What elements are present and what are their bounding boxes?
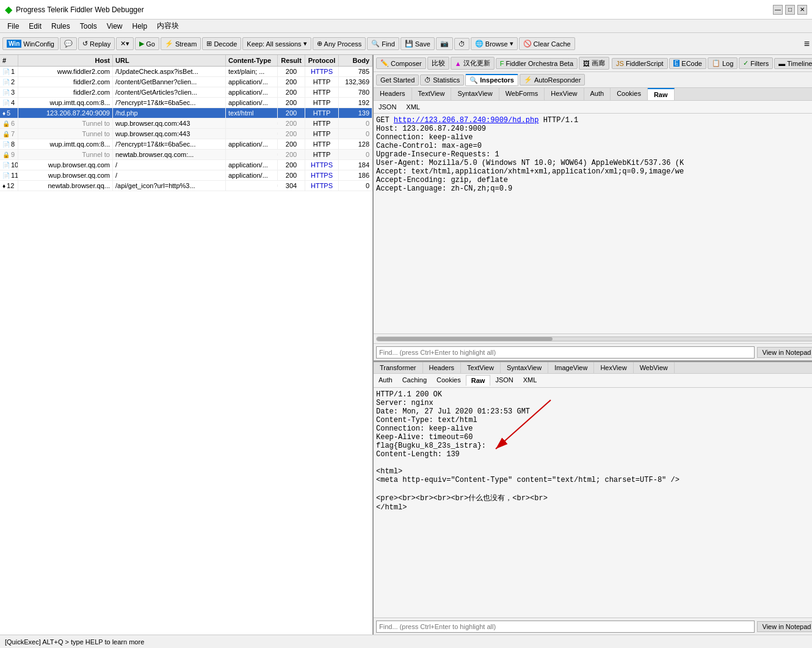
session-row[interactable]: 📄 2 fiddler2.com /content/GetBanner?clie… <box>0 77 372 87</box>
replay-icon: ↺ <box>82 40 88 48</box>
session-row[interactable]: 📄 4 wup.imtt.qq.com:8... /?encrypt=17&tk… <box>0 98 372 108</box>
request-tab-textview[interactable]: TextView <box>412 88 452 100</box>
clear-cache-icon: 🚫 <box>523 40 532 48</box>
request-tab-hexview[interactable]: HexView <box>545 88 584 100</box>
cell-body: 186 <box>339 170 372 180</box>
orchestra-button[interactable]: F Fiddler Orchestra Beta <box>496 58 578 69</box>
inspectors-button[interactable]: 🔍 Inspectors <box>465 74 518 86</box>
session-row[interactable]: 🔒 9 Tunnel to newtab.browser.qq.com:... … <box>0 150 372 160</box>
menu-rules[interactable]: Rules <box>46 21 75 32</box>
request-content-area[interactable]: GET http://123.206.87.240:9009/hd.php HT… <box>374 114 812 333</box>
request-find-input[interactable] <box>376 346 755 359</box>
request-tab-auth[interactable]: Auth <box>584 88 611 100</box>
auto-responder-button[interactable]: ⚡ AutoResponder <box>520 74 585 86</box>
update-button[interactable]: ▲ 汉化更新 <box>451 57 495 70</box>
request-tab-headers[interactable]: Headers <box>374 88 412 100</box>
session-list: 📄 1 www.fiddler2.com /UpdateCheck.aspx?i… <box>0 67 372 635</box>
menu-view[interactable]: View <box>102 21 128 32</box>
session-row[interactable]: 🔒 7 Tunnel to wup.browser.qq.com:443 200… <box>0 129 372 139</box>
request-tab-syntaxview[interactable]: SyntaxView <box>451 88 499 100</box>
response-tab-webview[interactable]: WebView <box>634 362 675 373</box>
clear-cache-button[interactable]: 🚫 Clear Cache <box>519 37 575 50</box>
response-subtab-caching[interactable]: Caching <box>397 375 432 386</box>
find-button[interactable]: 🔍 Find <box>367 37 399 50</box>
request-subtab-json[interactable]: JSON <box>374 102 401 112</box>
response-tab-hexview[interactable]: HexView <box>594 362 633 373</box>
session-row[interactable]: 📄 1 www.fiddler2.com /UpdateCheck.aspx?i… <box>0 67 372 77</box>
col-header-num[interactable]: # <box>0 55 18 66</box>
response-subtab-json[interactable]: JSON <box>490 375 518 386</box>
session-header: # Host URL Content-Type Result Protocol … <box>0 55 372 67</box>
response-subtab-raw[interactable]: Raw <box>466 375 491 386</box>
col-header-protocol[interactable]: Protocol <box>305 55 339 66</box>
screenshot-button[interactable]: 🖼 画廊 <box>579 57 609 70</box>
session-row[interactable]: 📄 3 fiddler2.com /content/GetArticles?cl… <box>0 87 372 98</box>
save-button[interactable]: 💾 Save <box>401 37 435 50</box>
get-started-button[interactable]: Get Started <box>376 75 419 86</box>
response-tab-imageview[interactable]: ImageView <box>548 362 594 373</box>
response-tab-textview[interactable]: TextView <box>461 362 501 373</box>
col-header-result[interactable]: Result <box>278 55 305 66</box>
col-header-url[interactable]: URL <box>113 55 226 66</box>
col-header-ct[interactable]: Content-Type <box>226 55 278 66</box>
minimize-button[interactable]: — <box>773 5 783 15</box>
decode-button[interactable]: ⊞ Decode <box>202 37 241 50</box>
session-row[interactable]: ♦ 5 123.206.87.240:9009 /hd.php text/htm… <box>0 108 372 118</box>
session-row[interactable]: 🔒 6 Tunnel to wup.browser.qq.com:443 200… <box>0 118 372 129</box>
stream-button[interactable]: ⚡ Stream <box>161 37 201 50</box>
cell-ct: application/... <box>226 160 278 170</box>
session-row[interactable]: ♦ 12 newtab.browser.qq... /api/get_icon?… <box>0 181 372 191</box>
response-view-notepad-button[interactable]: View in Notepad <box>757 621 812 632</box>
session-row[interactable]: 📄 10 wup.browser.qq.com / application/..… <box>0 160 372 170</box>
cell-result: 200 <box>278 160 305 170</box>
cell-body: 0 <box>339 118 372 128</box>
log-button[interactable]: 📋 Log <box>708 57 738 69</box>
filters-button[interactable]: ✓ Filters <box>739 57 773 69</box>
request-tab-cookies[interactable]: Cookies <box>611 88 648 100</box>
response-subtab-cookies[interactable]: Cookies <box>432 375 466 386</box>
browse-button[interactable]: 🌐 Browse ▾ <box>471 37 518 50</box>
response-subtab-auth[interactable]: Auth <box>374 375 397 386</box>
screenshot-toolbar-button[interactable]: 📷 <box>436 37 453 50</box>
timeline-button[interactable]: ▬ Timeline <box>774 58 812 69</box>
menu-content[interactable]: 内容块 <box>152 20 184 32</box>
go-button[interactable]: ▶ Go <box>135 37 159 50</box>
col-header-host[interactable]: Host <box>18 55 113 66</box>
request-view-notepad-button[interactable]: View in Notepad <box>757 347 812 358</box>
response-tab-syntaxview[interactable]: SyntaxView <box>501 362 548 373</box>
replay-button[interactable]: ↺ Replay <box>78 37 115 50</box>
any-process-button[interactable]: ⊕ Any Process <box>313 37 366 50</box>
session-row[interactable]: 📄 8 wup.imtt.qq.com:8... /?encrypt=17&tk… <box>0 139 372 150</box>
close-button[interactable]: ✕ <box>797 5 807 15</box>
keep-button[interactable]: Keep: All sessions ▾ <box>242 37 311 50</box>
col-header-body[interactable]: Body <box>339 55 372 66</box>
menu-file[interactable]: File <box>2 21 24 32</box>
x-button[interactable]: ✕▾ <box>116 37 134 50</box>
response-find-input[interactable] <box>376 621 755 633</box>
request-subtab-xml[interactable]: XML <box>401 102 425 112</box>
response-subtab-xml[interactable]: XML <box>518 375 542 386</box>
statistics-button[interactable]: ⏱ Statistics <box>420 75 464 86</box>
response-tab-headers[interactable]: Headers <box>423 362 462 373</box>
request-tab-raw[interactable]: Raw <box>648 88 675 100</box>
ecode-button[interactable]: E ECode <box>669 58 706 69</box>
speech-icon-button[interactable]: 💬 <box>60 37 77 50</box>
request-tab-webforms[interactable]: WebForms <box>499 88 545 100</box>
composer-button[interactable]: ✏️ Composer <box>376 57 426 69</box>
winconfig-button[interactable]: Win WinConfig <box>2 37 59 50</box>
request-hscroll[interactable] <box>374 333 812 343</box>
response-tab-bar: TransformerHeadersTextViewSyntaxViewImag… <box>374 362 812 374</box>
compare-button[interactable]: 比较 <box>427 57 449 70</box>
cell-ct <box>226 133 278 135</box>
fiddler-script-icon: JS <box>616 60 624 67</box>
fiddler-script-button[interactable]: JS FiddlerScript <box>612 58 668 69</box>
menu-tools[interactable]: Tools <box>75 21 102 32</box>
menu-help[interactable]: Help <box>128 21 153 32</box>
menu-edit[interactable]: Edit <box>24 21 46 32</box>
response-content-area[interactable]: HTTP/1.1 200 OK Server: nginx Date: Mon,… <box>374 388 812 617</box>
maximize-button[interactable]: □ <box>785 5 795 15</box>
session-row[interactable]: 📄 11 wup.browser.qq.com / application/..… <box>0 170 372 181</box>
request-url-link[interactable]: http://123.206.87.240:9009/hd.php <box>394 116 539 125</box>
timer-button[interactable]: ⏱ <box>454 38 469 50</box>
response-tab-transformer[interactable]: Transformer <box>374 362 423 373</box>
